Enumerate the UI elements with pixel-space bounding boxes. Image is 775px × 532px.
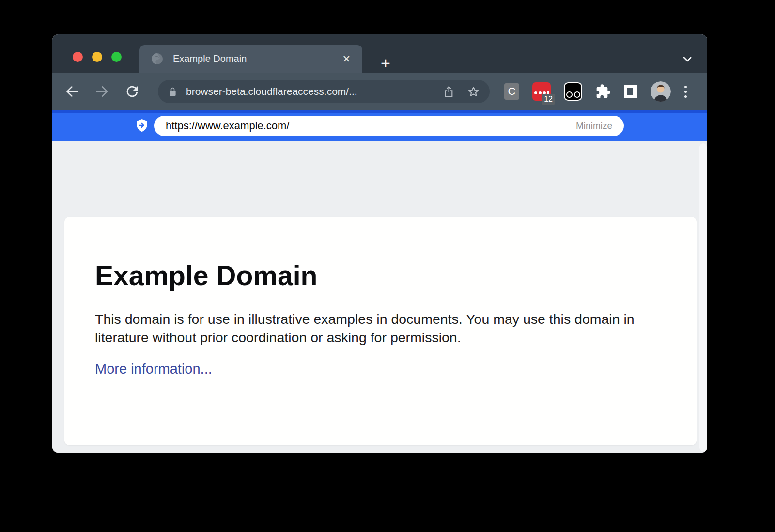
bookmark-star-icon[interactable] [467, 85, 480, 98]
content-card: Example Domain This domain is for use in… [64, 217, 697, 445]
address-url-text: browser-beta.cloudflareaccess.com/... [186, 86, 431, 97]
tab-search-chevron-icon[interactable] [681, 53, 694, 65]
zoom-window-button[interactable] [111, 52, 122, 62]
traffic-lights [73, 52, 122, 62]
isolation-address-input[interactable]: https://www.example.com/ Minimize [154, 116, 624, 136]
browser-toolbar: browser-beta.cloudflareaccess.com/... C … [52, 73, 707, 110]
side-panel-icon[interactable] [624, 85, 637, 98]
profile-avatar[interactable] [651, 81, 671, 102]
isolation-bar: https://www.example.com/ Minimize [52, 110, 707, 141]
extensions-puzzle-icon[interactable] [595, 84, 611, 99]
c-extension-icon[interactable]: C [504, 83, 519, 100]
new-tab-button[interactable]: + [376, 54, 395, 73]
tab-close-icon[interactable]: ✕ [340, 52, 353, 66]
isolation-shield-icon [135, 118, 149, 133]
tab-example-domain[interactable]: Example Domain ✕ [140, 45, 362, 73]
vertical-scrollbar[interactable] [699, 143, 707, 451]
isolation-url-text: https://www.example.com/ [166, 120, 576, 132]
close-window-button[interactable] [73, 52, 83, 62]
page-paragraph: This domain is for use in illustrative e… [95, 310, 652, 347]
black-rings-extension-icon[interactable] [564, 82, 582, 101]
browser-window: Example Domain ✕ + browser-beta.cloudfla… [52, 34, 707, 453]
globe-favicon-icon [151, 53, 163, 65]
lock-icon[interactable] [168, 87, 178, 97]
reload-icon[interactable] [124, 83, 140, 100]
minimize-button[interactable]: Minimize [576, 121, 612, 131]
extension-cluster: C 12 [504, 81, 671, 102]
page-title: Example Domain [95, 259, 667, 291]
back-icon[interactable] [64, 83, 80, 100]
browser-menu-icon[interactable] [682, 84, 689, 100]
tab-title: Example Domain [173, 53, 340, 64]
address-bar[interactable]: browser-beta.cloudflareaccess.com/... [158, 80, 490, 103]
forward-icon[interactable] [94, 83, 110, 100]
share-icon[interactable] [442, 85, 455, 98]
page-viewport: Example Domain This domain is for use in… [52, 141, 707, 453]
tab-strip: Example Domain ✕ + [52, 34, 707, 73]
minimize-window-button[interactable] [92, 52, 102, 62]
red-dots-extension-icon[interactable]: 12 [532, 82, 551, 101]
extension-badge: 12 [542, 94, 555, 105]
more-information-link[interactable]: More information... [95, 361, 212, 377]
